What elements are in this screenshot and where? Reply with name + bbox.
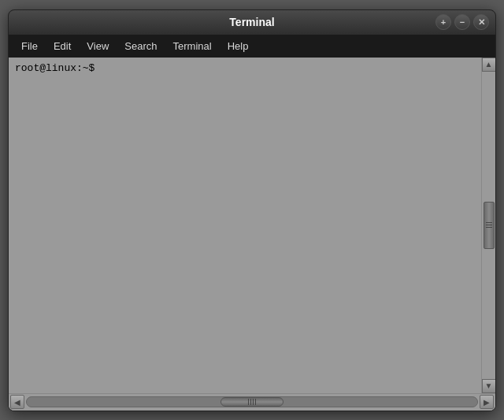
terminal-body: root@linux:~$ ▲ ▼ <box>9 58 495 393</box>
terminal-wrapper: root@linux:~$ ▲ ▼ <box>9 58 495 411</box>
minimize-button[interactable]: − <box>454 14 470 30</box>
menu-view[interactable]: View <box>80 39 115 54</box>
grip-line-2 <box>486 225 492 225</box>
grip-line-1 <box>486 222 492 223</box>
scroll-thumb-vertical[interactable] <box>484 202 495 249</box>
scroll-down-button[interactable]: ▼ <box>482 379 496 393</box>
hgrip-1 <box>248 399 249 405</box>
scroll-thumb-horizontal[interactable] <box>220 397 284 407</box>
hgrip-2 <box>250 399 251 405</box>
menu-terminal[interactable]: Terminal <box>167 39 218 54</box>
close-button[interactable]: ✕ <box>473 14 489 30</box>
hgrip-4 <box>255 399 256 405</box>
window-title: Terminal <box>229 16 274 28</box>
titlebar: Terminal + − ✕ <box>9 10 495 35</box>
grip-line-3 <box>486 227 492 228</box>
scroll-grip <box>486 222 492 228</box>
scroll-track-horizontal[interactable] <box>26 396 478 407</box>
prompt-text: root@linux:~$ <box>15 62 94 74</box>
scroll-left-button[interactable]: ◀ <box>10 395 24 409</box>
terminal-window: Terminal + − ✕ File Edit View Search Ter… <box>8 9 496 411</box>
scroll-right-button[interactable]: ▶ <box>480 395 494 409</box>
terminal-content[interactable]: root@linux:~$ <box>9 58 481 393</box>
menu-help[interactable]: Help <box>221 39 255 54</box>
vertical-scrollbar: ▲ ▼ <box>481 58 495 393</box>
menu-edit[interactable]: Edit <box>47 39 77 54</box>
add-tab-button[interactable]: + <box>435 14 451 30</box>
terminal-prompt: root@linux:~$ <box>15 62 475 74</box>
hgrip-3 <box>253 399 254 405</box>
menu-search[interactable]: Search <box>118 39 163 54</box>
titlebar-buttons: + − ✕ <box>435 14 489 30</box>
scroll-up-button[interactable]: ▲ <box>482 58 496 72</box>
horizontal-scrollbar: ◀ ▶ <box>9 393 495 411</box>
scroll-track-vertical[interactable] <box>482 72 495 379</box>
menubar: File Edit View Search Terminal Help <box>9 35 495 58</box>
menu-file[interactable]: File <box>15 39 44 54</box>
